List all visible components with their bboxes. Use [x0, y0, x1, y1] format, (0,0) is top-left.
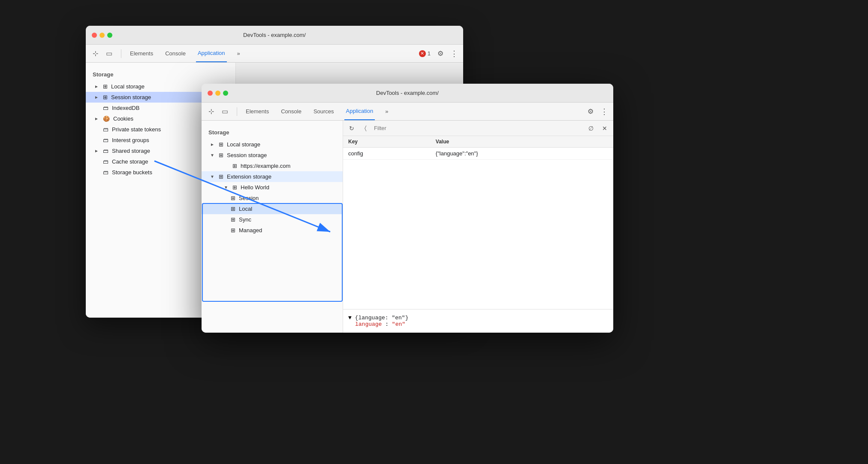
value-column-header: Value [431, 136, 613, 148]
storage-section-label-back: Storage [86, 70, 235, 81]
sidebar-front: Storage ► ⊞ Local storage ▼ ⊞ Session st… [202, 121, 343, 333]
preview-property-value: "en" [392, 321, 405, 328]
cache-storage-label-back: Cache storage [112, 158, 148, 165]
chevron-right-icon-3: ► [94, 116, 99, 121]
close-button[interactable]: ✕ [600, 123, 610, 133]
sidebar-item-local-storage-front[interactable]: ► ⊞ Local storage [202, 139, 343, 150]
settings-icon-back[interactable]: ⚙ [436, 48, 445, 59]
main-panel: ↻ 〈 ∅ ✕ Key Value conf [343, 121, 613, 333]
settings-icon-front[interactable]: ⚙ [586, 106, 595, 117]
table-icon: ⊞ [103, 83, 108, 90]
tab-sources-front[interactable]: Sources [312, 103, 336, 120]
tab-application-front[interactable]: Application [344, 103, 375, 120]
sidebar-item-managed[interactable]: ⊞ Managed [202, 225, 343, 236]
table-icon-mgd: ⊞ [231, 227, 235, 234]
table-row[interactable]: config {"language":"en"} [343, 148, 613, 160]
device-icon[interactable]: ▭ [104, 48, 114, 59]
toolbar-front: ⊹ ▭ Elements Console Sources Application… [202, 103, 613, 121]
tab-application-back[interactable]: Application [196, 45, 227, 62]
cylinder-icon-5: 🗃 [103, 158, 108, 165]
local-storage-label-back: Local storage [111, 83, 145, 90]
error-icon-back: ✕ [419, 50, 426, 57]
close-button-back[interactable] [92, 33, 97, 38]
tab-elements-front[interactable]: Elements [244, 103, 271, 120]
toolbar-icons-front: ⊹ ▭ [207, 106, 230, 117]
tab-elements-back[interactable]: Elements [128, 45, 155, 62]
traffic-lights-back [92, 33, 112, 38]
sidebar-item-hello-world[interactable]: ▼ ⊞ Hello World [202, 182, 343, 193]
sidebar-item-example-com[interactable]: ► ⊞ https://example.com [202, 161, 343, 171]
cylinder-icon-3: 🗃 [103, 137, 108, 143]
panel-toolbar: ↻ 〈 ∅ ✕ [343, 121, 613, 136]
session-storage-label-front: Session storage [227, 152, 267, 158]
toolbar-tabs-front: Elements Console Sources Application » [244, 103, 390, 120]
interest-groups-label-back: Interest groups [112, 137, 149, 143]
table-icon-hw: ⊞ [232, 184, 237, 191]
local-label: Local [239, 206, 252, 212]
chevron-preview: ▼ [348, 315, 355, 321]
error-count-back: 1 [428, 50, 431, 57]
sync-label: Sync [239, 216, 251, 223]
chevron-hello: ▼ [224, 185, 229, 190]
tab-console-back[interactable]: Console [163, 45, 187, 62]
storage-buckets-label-back: Storage buckets [112, 169, 152, 176]
storage-section-label-front: Storage [202, 127, 343, 139]
sidebar-item-session[interactable]: ⊞ Session [202, 193, 343, 203]
filter-input[interactable] [374, 125, 582, 131]
cursor-icon[interactable]: ⊹ [91, 48, 100, 59]
cylinder-icon: 🗃 [103, 105, 108, 111]
toolbar-tabs-back: Elements Console Application » [128, 45, 242, 62]
traffic-lights-front [208, 91, 228, 96]
table-header-row: Key Value [343, 136, 613, 148]
extension-storage-label: Extension storage [227, 173, 271, 180]
local-storage-label-front: Local storage [227, 141, 260, 148]
chevron-right-icon-2: ► [94, 95, 99, 100]
close-button-front[interactable] [208, 91, 213, 96]
shared-storage-label-back: Shared storage [112, 148, 150, 154]
sidebar-item-session-storage-front[interactable]: ▼ ⊞ Session storage [202, 150, 343, 161]
cursor-icon-front[interactable]: ⊹ [207, 106, 216, 117]
maximize-button-front[interactable] [223, 91, 228, 96]
sidebar-item-local[interactable]: ⊞ Local [202, 203, 343, 214]
session-label: Session [239, 195, 259, 201]
sidebar-item-extension-storage[interactable]: ▼ ⊞ Extension storage [202, 171, 343, 182]
table-icon-sync: ⊞ [231, 216, 235, 223]
preview-colon: : [385, 321, 392, 328]
maximize-button-back[interactable] [107, 33, 112, 38]
preview-panel: ▼ {language: "en"} language : "en" [343, 309, 613, 333]
cylinder-icon-4: 🗃 [103, 148, 108, 154]
filter-icon: 〈 [360, 123, 371, 133]
toolbar-icons-back: ⊹ ▭ [91, 48, 114, 59]
data-table: Key Value config {"language":"en"} [343, 136, 613, 160]
more-icon-front[interactable]: ⋮ [600, 107, 608, 116]
error-badge-back: ✕ 1 [419, 50, 431, 57]
toolbar-divider-front [237, 107, 237, 116]
table-icon-sess: ⊞ [231, 195, 235, 201]
tab-console-front[interactable]: Console [279, 103, 303, 120]
cylinder-icon-2: 🗃 [103, 126, 108, 133]
private-state-label-back: Private state tokens [112, 126, 161, 133]
devtools-window-front: DevTools - example.com/ ⊹ ▭ Elements Con… [202, 84, 613, 333]
refresh-button[interactable]: ↻ [347, 123, 357, 133]
toolbar-divider-back [121, 49, 121, 58]
sidebar-item-sync[interactable]: ⊞ Sync [202, 214, 343, 225]
titlebar-back: DevTools - example.com/ [86, 26, 463, 45]
clear-button[interactable]: ∅ [586, 123, 596, 133]
device-icon-front[interactable]: ▭ [220, 106, 230, 117]
minimize-button-back[interactable] [99, 33, 105, 38]
chevron-extension: ▼ [210, 174, 215, 179]
value-cell: {"language":"en"} [431, 148, 613, 160]
more-tabs-front[interactable]: » [383, 103, 390, 120]
preview-property-name: language [355, 321, 382, 328]
more-tabs-back[interactable]: » [235, 45, 242, 62]
table-icon-2: ⊞ [103, 94, 108, 100]
table-icon-loc: ⊞ [231, 206, 235, 212]
table-icon-session: ⊞ [219, 152, 223, 158]
hello-world-label: Hello World [241, 184, 269, 191]
cylinder-icon-6: 🗃 [103, 169, 108, 176]
session-storage-label-back: Session storage [111, 94, 151, 100]
chevron-right-icon-4: ► [94, 149, 99, 153]
minimize-button-front[interactable] [215, 91, 220, 96]
preview-root-key: {language: "en"} [355, 315, 409, 321]
more-icon-back[interactable]: ⋮ [450, 49, 458, 58]
